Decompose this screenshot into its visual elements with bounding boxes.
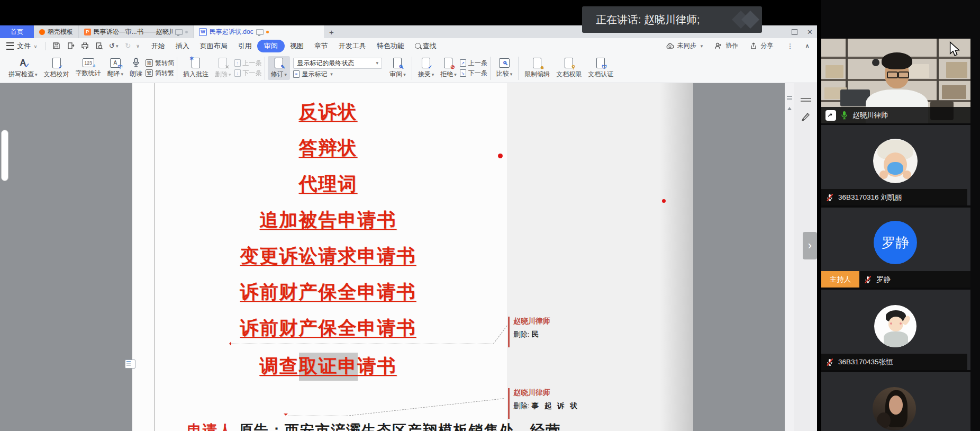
translate-button[interactable]: A中 翻译▾ [104,58,127,78]
participant-tile[interactable]: 36B3170435张恒 [821,290,970,370]
comment-body: 删除: 民 [513,330,688,339]
tab-presentation[interactable]: P 民事诉讼—审...书——赵晓川 [79,25,194,38]
revision-comment[interactable]: 赵晓川律师 删除: 民 [513,317,688,339]
avatar-initials: 罗静 [874,221,917,264]
convert-group: 简繁转简 繁简转繁 [146,59,174,78]
participant-name: 36B3170316 刘凯丽 [838,193,902,202]
spell-check-button[interactable]: A✓ 拼写检查▾ [5,58,41,79]
proofread-icon: ✓ [52,58,61,68]
doc-heading-selected: 调查取证申请书 [139,352,518,380]
show-markup-button[interactable]: ≡显示标记▾ [293,70,382,79]
shield-icon: 🛡︎ [596,58,605,68]
share-button[interactable]: 分享 [760,41,773,50]
insert-comment-button[interactable]: ✱ 插入批注 [180,58,212,79]
proofread-button[interactable]: ✓ 文档校对 [41,58,72,79]
track-changes-button[interactable]: ✎ 修订▾ [268,56,291,80]
vertical-scrollbar[interactable] [785,83,794,431]
menu-references[interactable]: 引用 [233,40,257,52]
comment-leader-line [231,344,493,344]
next-change-button[interactable]: ↘下一条 [460,69,487,78]
trad-to-simp-button[interactable]: 简繁转简 [146,59,174,68]
next-page-button[interactable]: › [803,232,817,259]
reject-change-button[interactable]: ⊘ 拒绝▾ [437,58,460,79]
comment-bar [508,317,510,347]
participant-name: 赵晓川律师 [852,111,888,120]
participant-tile[interactable]: 36B3170316 刘凯丽 [821,125,970,205]
print-icon[interactable] [80,41,89,50]
participant-tile[interactable]: 罗静 罗静 主持人 [821,208,970,288]
menu-review-active[interactable]: 审阅 [257,40,285,52]
menu-find[interactable]: 查找 [410,40,442,52]
ruler-toggle-icon[interactable] [801,98,811,99]
compare-button[interactable]: 🔍︎ 比较▾ [493,58,516,78]
comment-author: 赵晓川律师 [513,317,688,326]
presenting-monitor-icon [256,29,264,35]
read-aloud-button[interactable]: 朗读 [126,58,146,78]
review-pane-icon: 🔍︎ [393,58,402,68]
scroll-top-icon[interactable] [787,96,792,100]
revision-change-bar [155,83,155,431]
document-certify-button[interactable]: 🛡︎ 文档认证 [585,58,616,79]
menu-section[interactable]: 章节 [309,40,333,52]
accept-change-button[interactable]: ✓ 接受▾ [415,58,438,79]
comment-author: 赵晓川律师 [513,388,688,398]
save-icon[interactable] [52,41,61,50]
scrollbar-thumb[interactable] [1,130,8,181]
menu-start[interactable]: 开始 [146,40,170,52]
simp-char-icon: 简 [146,59,153,67]
participant-tile[interactable] [821,372,970,431]
word-count-button[interactable]: 123+ 字数统计 [72,58,104,78]
participant-name: 36B3170435张恒 [838,357,893,367]
avatar [873,139,918,183]
menu-special-features[interactable]: 特色功能 [371,40,410,52]
tab-document-active[interactable]: W 民事起诉状.doc [194,25,324,38]
menu-insert[interactable]: 插入 [170,40,195,52]
more-menu-icon[interactable]: ⋮ [787,42,793,50]
revision-comment[interactable]: 赵晓川律师 删除: 事 起 诉 状 [513,388,688,411]
redo-icon[interactable]: ↻ [123,41,132,50]
prev-change-button[interactable]: ↗上一条 [460,59,487,68]
markup-state-dropdown[interactable]: 显示标记的最终状态▾ [293,58,382,69]
document-permission-button[interactable]: ⚲ 文档权限 [553,58,585,79]
document-canvas[interactable]: 反诉状 答辩状 代理词 追加被告申请书 变更诉讼请求申请书 诉前财产保全申请书 … [0,83,817,431]
menu-file[interactable]: 文件 ∨ [17,40,42,52]
wps-menu-bar: 文件 ∨ ↺▾ ↻ ∨ 开始 插入 页面布局 引用 审阅 视图 章节 开发工具 … [0,38,817,53]
tab-home[interactable]: 首页 [0,25,34,38]
tab-docer-templates[interactable]: 稻壳模板 [34,25,79,38]
collaborate-button[interactable]: 协作 [725,41,738,50]
menu-dev-tools[interactable]: 开发工具 [333,40,371,52]
quickbar-more-icon[interactable]: ∨ [136,43,140,49]
close-window-icon[interactable]: ✕ [807,28,813,36]
print-preview-icon[interactable] [95,41,104,50]
next-comment-button[interactable]: ↓下一条 [234,69,262,78]
sync-status[interactable]: 未同步 [677,41,696,50]
participant-video-tile[interactable]: 赵晓川律师 [821,39,970,123]
delete-comment-button[interactable]: ✕ 删除▾ [212,58,234,79]
meeting-logo-icon [741,11,759,29]
presenting-monitor-icon [175,29,183,35]
export-icon[interactable] [66,41,75,50]
restore-window-icon[interactable] [792,29,797,35]
pen-tool-icon[interactable] [801,111,811,121]
restrict-editing-button[interactable]: 🔒︎ 限制编辑 [521,58,553,79]
menu-page-layout[interactable]: 页面布局 [195,40,233,52]
undo-icon[interactable]: ↺▾ [109,41,118,50]
review-pane-button[interactable]: 🔍︎ 审阅▾ [386,58,409,79]
wps-window: 首页 稻壳模板 P 民事诉讼—审...书——赵晓川 W 民事起诉状.doc + … [0,25,817,431]
doc-heading: 追加被告申请书 [139,206,518,234]
document-page[interactable]: 反诉状 答辩状 代理词 追加被告申请书 变更诉讼请求申请书 诉前财产保全申请书 … [132,83,507,431]
show-markup-icon: ≡ [293,70,300,78]
menu-view[interactable]: 视图 [285,40,309,52]
accept-icon: ✓ [422,58,430,68]
scroll-up-arrow[interactable] [787,105,792,110]
margin-comment-icon[interactable] [125,360,135,369]
insert-comment-icon: ✱ [192,58,200,68]
new-tab-button[interactable]: + [324,25,339,38]
partial-text-line: 申请人原告：西安市浐灞生态区产翔模板销售处，经营 [187,421,561,431]
revision-anchor-marker [284,414,288,418]
participant-name-bar: 罗静 [859,271,970,288]
simp-to-trad-button[interactable]: 繁简转繁 [146,69,174,78]
change-nav-group: ↗上一条 ↘下一条 [460,59,487,78]
prev-comment-button[interactable]: ↑上一条 [234,59,262,68]
collapse-ribbon-icon[interactable]: ∧ [805,42,810,50]
